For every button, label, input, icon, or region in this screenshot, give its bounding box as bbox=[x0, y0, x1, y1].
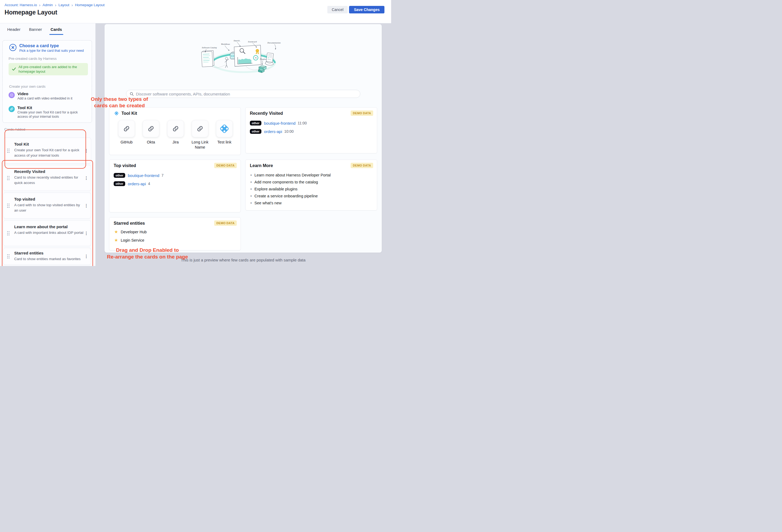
dashboard-board: 75 bbox=[234, 45, 261, 66]
cards-added-item-recently-visited[interactable]: Recently Visited Card to show recently v… bbox=[3, 165, 91, 191]
option-title: Tool Kit bbox=[17, 105, 32, 110]
close-icon[interactable] bbox=[9, 44, 16, 51]
learn-more-title: Learn More bbox=[250, 163, 273, 168]
active-tab-underline bbox=[49, 34, 64, 35]
entity-link[interactable]: orders-api bbox=[128, 181, 146, 186]
entity-kind-tag: other bbox=[114, 173, 125, 178]
svg-text:Plugins: Plugins bbox=[260, 58, 266, 60]
added-card-title: Tool Kit bbox=[14, 142, 29, 146]
search-input[interactable] bbox=[136, 92, 357, 96]
chooser-title: Choose a card type bbox=[19, 43, 59, 48]
entity-row: other boutique-frontend 7 bbox=[114, 173, 164, 178]
save-changes-button[interactable]: Save Changes bbox=[349, 6, 384, 13]
starred-entities-card: Starred entities DEMO DATA Developer Hub… bbox=[109, 217, 241, 250]
added-card-desc: Card to show recently visited entities f… bbox=[14, 175, 84, 185]
chooser-subtitle: Pick a type for the card that suits your… bbox=[19, 49, 90, 52]
starred-entities-title: Starred entities bbox=[114, 221, 145, 226]
success-message: All pre-created cards are added to the h… bbox=[19, 65, 85, 74]
tab-cards[interactable]: Cards bbox=[50, 26, 63, 35]
plugins-lego-icon bbox=[258, 66, 266, 73]
added-card-desc: Card to show entities marked as favorite… bbox=[14, 256, 84, 262]
kebab-menu-icon[interactable] bbox=[84, 148, 89, 153]
toolkit-link-okta[interactable]: Okta bbox=[139, 120, 163, 145]
link-icon bbox=[172, 126, 179, 132]
cancel-button[interactable]: Cancel bbox=[327, 6, 348, 13]
toolkit-preview-card: Tool Kit GitHub Okta Jira Long Link Name bbox=[109, 107, 241, 155]
svg-text:Search..: Search.. bbox=[234, 40, 241, 42]
breadcrumb-account[interactable]: Account: Harness.io bbox=[5, 3, 37, 7]
entity-count: 7 bbox=[162, 173, 164, 178]
entity-link[interactable]: boutique-frontend bbox=[128, 173, 159, 178]
drag-handle-icon[interactable] bbox=[7, 148, 10, 153]
drag-handle-icon[interactable] bbox=[7, 176, 10, 180]
harness-idp-logo-icon bbox=[218, 123, 230, 135]
toolkit-link-github[interactable]: GitHub bbox=[114, 120, 139, 145]
page-header: Account: Harness.io Admin Layout Homepag… bbox=[0, 0, 391, 23]
option-desc: Add a card with video embedded in it bbox=[17, 96, 88, 101]
entity-link[interactable]: boutique-frontend bbox=[264, 121, 296, 126]
tab-banner[interactable]: Banner bbox=[28, 26, 42, 35]
stick-figure bbox=[225, 58, 229, 68]
learn-more-item: Explore available plugins bbox=[250, 185, 331, 192]
cards-added-item-tool-kit[interactable]: Tool Kit Create your own Tool Kit card f… bbox=[3, 138, 91, 164]
homepage-preview-pane: 75 bbox=[105, 24, 382, 253]
homepage-layout-screen: 75 bbox=[0, 0, 391, 266]
kebab-menu-icon[interactable] bbox=[84, 203, 89, 208]
tab-header[interactable]: Header bbox=[7, 26, 21, 35]
search-icon bbox=[130, 92, 134, 96]
entity-row: other orders-api 4 bbox=[114, 181, 150, 186]
layout-tabs: Header Banner Cards bbox=[7, 26, 63, 35]
learn-more-list: Learn more about Harness Developer Porta… bbox=[250, 172, 331, 207]
kebab-menu-icon[interactable] bbox=[84, 230, 89, 236]
svg-text:Workflows: Workflows bbox=[221, 43, 230, 45]
chevron-right-icon bbox=[53, 3, 59, 7]
demo-data-badge: DEMO DATA bbox=[351, 163, 373, 168]
entity-link[interactable]: orders-api bbox=[264, 129, 282, 134]
added-card-title: Recently Visited bbox=[14, 169, 45, 174]
toolkit-link-long-link-name[interactable]: Long Link Name bbox=[188, 120, 212, 150]
entity-count: 4 bbox=[148, 181, 150, 186]
starred-row: Developer Hub bbox=[114, 230, 147, 234]
software-catalog-doc-icon bbox=[201, 50, 214, 67]
drag-handle-icon[interactable] bbox=[7, 254, 10, 259]
card-type-option-toolkit[interactable]: Tool Kit Create your own Tool Kit card f… bbox=[6, 105, 90, 118]
chevron-right-icon bbox=[37, 3, 43, 7]
card-type-option-video[interactable]: Video Add a card with video embedded in … bbox=[6, 92, 90, 104]
link-icon bbox=[123, 126, 130, 132]
entity-time: 11:00 bbox=[297, 121, 307, 125]
star-icon bbox=[114, 238, 118, 242]
learn-more-item: Create a service onboarding pipeline bbox=[250, 192, 331, 200]
demo-data-badge: DEMO DATA bbox=[351, 110, 373, 116]
top-visited-card: Top visited DEMO DATA other boutique-fro… bbox=[109, 159, 241, 212]
link-icon bbox=[8, 106, 15, 112]
recently-visited-title: Recently Visited bbox=[250, 111, 283, 116]
added-card-desc: A card with to show top visited entities… bbox=[14, 203, 84, 213]
link-icon bbox=[148, 126, 154, 132]
breadcrumb-homepage-layout[interactable]: Homepage Layout bbox=[75, 3, 105, 7]
preview-search-bar[interactable] bbox=[126, 90, 360, 98]
learn-more-item: Add more components to the catalog bbox=[250, 179, 331, 185]
cards-added-item-starred-entities[interactable]: Starred entities Card to show entities m… bbox=[3, 248, 91, 265]
starred-entity-name: Developer Hub bbox=[121, 230, 147, 234]
check-icon bbox=[11, 67, 16, 71]
cards-added-item-learn-more[interactable]: Learn more about the portal A card with … bbox=[3, 220, 91, 246]
toolkit-link-test-link[interactable]: Test link bbox=[212, 120, 237, 145]
cards-added-item-top-visited[interactable]: Top visited A card with to show top visi… bbox=[3, 192, 91, 218]
learn-more-item: Learn more about Harness Developer Porta… bbox=[250, 172, 331, 179]
breadcrumb-admin[interactable]: Admin bbox=[43, 3, 53, 7]
drag-handle-icon[interactable] bbox=[7, 203, 10, 208]
drag-handle-icon[interactable] bbox=[7, 231, 10, 236]
added-card-title: Learn more about the portal bbox=[14, 224, 68, 229]
kebab-menu-icon[interactable] bbox=[84, 254, 89, 259]
added-card-desc: A card with important links about IDP po… bbox=[14, 230, 84, 236]
card-type-chooser-panel: Choose a card type Pick a type for the c… bbox=[2, 40, 92, 123]
chevron-right-icon bbox=[69, 3, 75, 7]
toolkit-link-jira[interactable]: Jira bbox=[164, 120, 188, 145]
learn-more-item: See what's new bbox=[250, 200, 331, 207]
breadcrumb-layout[interactable]: Layout bbox=[59, 3, 69, 7]
kebab-menu-icon[interactable] bbox=[84, 175, 89, 181]
svg-text:Software Catalog: Software Catalog bbox=[202, 47, 217, 49]
developer-portal-illustration: 75 bbox=[199, 36, 288, 78]
harness-idp-logo-icon bbox=[114, 110, 119, 116]
entity-row: other boutique-frontend 11:00 bbox=[250, 121, 307, 126]
